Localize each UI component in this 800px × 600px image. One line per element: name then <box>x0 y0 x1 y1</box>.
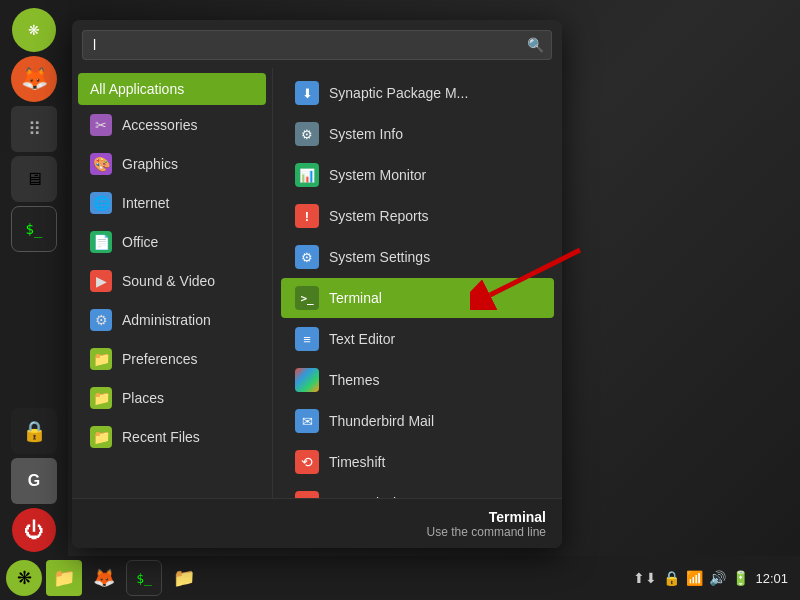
terminal-taskbar-icon[interactable]: $_ <box>11 206 57 252</box>
category-administration[interactable]: ⚙ Administration <box>78 301 266 339</box>
app-system-info-label: System Info <box>329 126 403 142</box>
category-internet-label: Internet <box>122 195 169 211</box>
category-recent-files-label: Recent Files <box>122 429 200 445</box>
app-themes-label: Themes <box>329 372 380 388</box>
folder-green-icon[interactable]: 📁 <box>46 560 82 596</box>
transmission-icon: ↕ <box>295 491 319 498</box>
app-menu: 🔍 All Applications ✂ Accessories 🎨 Graph… <box>72 20 562 548</box>
recent-files-icon: 📁 <box>90 426 112 448</box>
graphics-icon: 🎨 <box>90 153 112 175</box>
category-office-label: Office <box>122 234 158 250</box>
office-icon: 📄 <box>90 231 112 253</box>
categories-column: All Applications ✂ Accessories 🎨 Graphic… <box>72 68 272 498</box>
firefox-bottom-icon[interactable]: 🦊 <box>86 560 122 596</box>
taskbar-right-area: ⬆⬇ 🔒 📶 🔊 🔋 12:01 <box>633 570 796 586</box>
app-text-editor-label: Text Editor <box>329 331 395 347</box>
search-bar-container: 🔍 <box>72 20 562 68</box>
search-icon[interactable]: 🔍 <box>527 37 544 53</box>
places-icon: 📁 <box>90 387 112 409</box>
tooltip-title: Terminal <box>489 509 546 525</box>
themes-icon <box>295 368 319 392</box>
taskbar-left: ❋ 🦊 ⠿ 🖥 $_ 🔒 G ⏻ <box>0 0 68 560</box>
firefox-icon[interactable]: 🦊 <box>11 56 57 102</box>
category-graphics-label: Graphics <box>122 156 178 172</box>
category-accessories-label: Accessories <box>122 117 197 133</box>
category-internet[interactable]: 🌐 Internet <box>78 184 266 222</box>
category-places-label: Places <box>122 390 164 406</box>
clock: 12:01 <box>755 571 788 586</box>
search-input[interactable] <box>82 30 552 60</box>
lock-status-icon: 🔒 <box>663 570 680 586</box>
lock-icon[interactable]: 🔒 <box>11 408 57 454</box>
app-timeshift[interactable]: ⟲ Timeshift <box>281 442 554 482</box>
app-system-reports[interactable]: ! System Reports <box>281 196 554 236</box>
app-terminal[interactable]: >_ Terminal <box>281 278 554 318</box>
network-icon: ⬆⬇ <box>633 570 657 586</box>
system-settings-icon: ⚙ <box>295 245 319 269</box>
battery-icon: 🔋 <box>732 570 749 586</box>
terminal-icon: >_ <box>295 286 319 310</box>
preferences-icon: 📁 <box>90 348 112 370</box>
category-sound-video[interactable]: ▶ Sound & Video <box>78 262 266 300</box>
category-sound-video-label: Sound & Video <box>122 273 215 289</box>
apps-grid-icon[interactable]: ⠿ <box>11 106 57 152</box>
accessories-icon: ✂ <box>90 114 112 136</box>
category-recent-files[interactable]: 📁 Recent Files <box>78 418 266 456</box>
sound-video-icon: ▶ <box>90 270 112 292</box>
system-monitor-icon: 📊 <box>295 163 319 187</box>
svg-text:❋: ❋ <box>28 22 40 38</box>
app-thunderbird-label: Thunderbird Mail <box>329 413 434 429</box>
timeshift-icon: ⟲ <box>295 450 319 474</box>
files-icon[interactable]: 🖥 <box>11 156 57 202</box>
app-system-monitor-label: System Monitor <box>329 167 426 183</box>
desktop: ❋ 🦊 ⠿ 🖥 $_ 🔒 G ⏻ 🔍 <box>0 0 800 600</box>
category-office[interactable]: 📄 Office <box>78 223 266 261</box>
gimp-icon[interactable]: G <box>11 458 57 504</box>
category-all-applications[interactable]: All Applications <box>78 73 266 105</box>
network-status-icon: 📶 <box>686 570 703 586</box>
folder-bottom-icon[interactable]: 📁 <box>166 560 202 596</box>
thunderbird-icon: ✉ <box>295 409 319 433</box>
category-places[interactable]: 📁 Places <box>78 379 266 417</box>
menu-tooltip: Terminal Use the command line <box>72 498 562 548</box>
app-themes[interactable]: Themes <box>281 360 554 400</box>
app-system-info[interactable]: ⚙ System Info <box>281 114 554 154</box>
system-reports-icon: ! <box>295 204 319 228</box>
app-system-monitor[interactable]: 📊 System Monitor <box>281 155 554 195</box>
app-timeshift-label: Timeshift <box>329 454 385 470</box>
category-accessories[interactable]: ✂ Accessories <box>78 106 266 144</box>
synaptic-icon: ⬇ <box>295 81 319 105</box>
mint-menu-icon[interactable]: ❋ <box>12 8 56 52</box>
category-preferences-label: Preferences <box>122 351 197 367</box>
apps-column: ⬇ Synaptic Package M... ⚙ System Info 📊 … <box>272 68 562 498</box>
menu-content: All Applications ✂ Accessories 🎨 Graphic… <box>72 68 562 498</box>
app-system-settings[interactable]: ⚙ System Settings <box>281 237 554 277</box>
category-administration-label: Administration <box>122 312 211 328</box>
taskbar-bottom: ❋ 📁 🦊 $_ 📁 ⬆⬇ 🔒 📶 🔊 🔋 12:01 <box>0 556 800 600</box>
tooltip-description: Use the command line <box>427 525 546 539</box>
app-system-reports-label: System Reports <box>329 208 429 224</box>
all-apps-label: All Applications <box>90 81 184 97</box>
mint-bottom-icon[interactable]: ❋ <box>6 560 42 596</box>
volume-icon[interactable]: 🔊 <box>709 570 726 586</box>
text-editor-icon: ≡ <box>295 327 319 351</box>
app-system-settings-label: System Settings <box>329 249 430 265</box>
internet-icon: 🌐 <box>90 192 112 214</box>
category-preferences[interactable]: 📁 Preferences <box>78 340 266 378</box>
app-text-editor[interactable]: ≡ Text Editor <box>281 319 554 359</box>
app-thunderbird[interactable]: ✉ Thunderbird Mail <box>281 401 554 441</box>
app-synaptic[interactable]: ⬇ Synaptic Package M... <box>281 73 554 113</box>
app-transmission[interactable]: ↕ Transmission <box>281 483 554 498</box>
administration-icon: ⚙ <box>90 309 112 331</box>
terminal-bottom-icon[interactable]: $_ <box>126 560 162 596</box>
app-synaptic-label: Synaptic Package M... <box>329 85 468 101</box>
power-icon[interactable]: ⏻ <box>12 508 56 552</box>
system-info-icon: ⚙ <box>295 122 319 146</box>
category-graphics[interactable]: 🎨 Graphics <box>78 145 266 183</box>
app-terminal-label: Terminal <box>329 290 382 306</box>
